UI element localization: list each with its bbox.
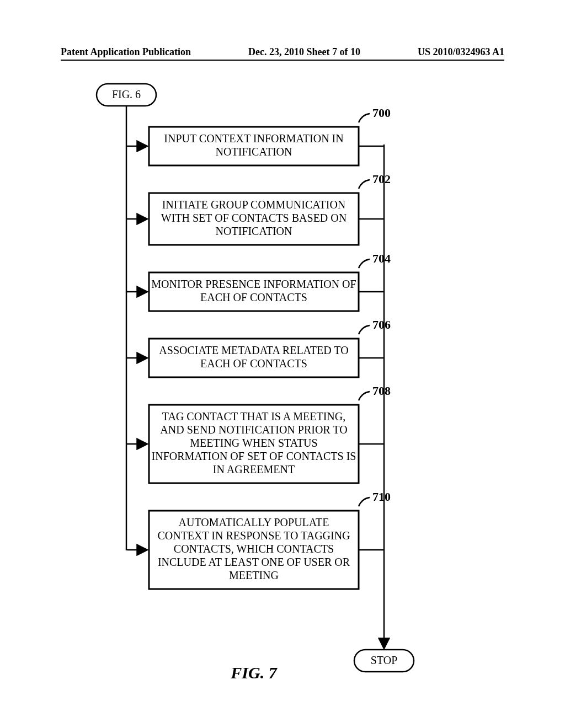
terminator-stop-label: STOP: [371, 654, 398, 666]
step-706-line-0: ASSOCIATE METADATA RELATED TO: [159, 344, 348, 356]
step-704-line-0: MONITOR PRESENCE INFORMATION OF: [151, 278, 356, 290]
ref-702: 702: [372, 172, 391, 186]
step-700-line-1: NOTIFICATION: [216, 146, 292, 158]
header-center: Dec. 23, 2010 Sheet 7 of 10: [248, 46, 360, 58]
header-right: US 2010/0324963 A1: [418, 46, 504, 58]
step-700: 700 INPUT CONTEXT INFORMATION IN NOTIFIC…: [126, 106, 391, 165]
ref-700: 700: [372, 106, 391, 120]
ref-708: 708: [372, 384, 391, 398]
page-header: Patent Application Publication Dec. 23, …: [0, 46, 565, 58]
step-708-line-0: TAG CONTACT THAT IS A MEETING,: [162, 410, 345, 422]
step-710: 710 AUTOMATICALLY POPULATE CONTEXT IN RE…: [126, 490, 391, 589]
figure-caption: FIG. 7: [230, 663, 277, 682]
flowchart-svg: FIG. 6 700 INPUT CONTEXT INFORMATION IN …: [61, 83, 504, 695]
step-702-line-2: NOTIFICATION: [216, 225, 292, 237]
ref-704: 704: [372, 251, 391, 265]
connector-fig6-label: FIG. 6: [112, 88, 141, 100]
step-708-line-4: IN AGREEMENT: [213, 463, 295, 475]
svg-rect-23: [125, 550, 127, 596]
header-rule: [61, 60, 504, 61]
step-710-line-4: MEETING: [229, 569, 279, 581]
step-708-line-1: AND SEND NOTIFICATION PRIOR TO: [160, 424, 347, 436]
step-702-line-0: INITIATE GROUP COMMUNICATION: [162, 199, 346, 211]
step-708-line-2: MEETING WHEN STATUS: [190, 437, 317, 449]
step-702-line-1: WITH SET OF CONTACTS BASED ON: [161, 212, 347, 224]
step-704: 704 MONITOR PRESENCE INFORMATION OF EACH…: [126, 251, 391, 311]
step-700-line-0: INPUT CONTEXT INFORMATION IN: [164, 132, 343, 144]
ref-710: 710: [372, 490, 391, 504]
step-710-line-3: INCLUDE AT LEAST ONE OF USER OR: [158, 556, 350, 568]
connector-fig6: FIG. 6: [97, 84, 156, 106]
header-left: Patent Application Publication: [61, 46, 191, 58]
step-708-line-3: INFORMATION OF SET OF CONTACTS IS: [152, 450, 356, 462]
step-708: 708 TAG CONTACT THAT IS A MEETING, AND S…: [126, 384, 391, 483]
step-702: 702 INITIATE GROUP COMMUNICATION WITH SE…: [126, 172, 391, 245]
step-706: 706 ASSOCIATE METADATA RELATED TO EACH O…: [126, 318, 391, 377]
step-706-line-1: EACH OF CONTACTS: [200, 357, 307, 370]
ref-706: 706: [372, 318, 391, 331]
flowchart-diagram: FIG. 6 700 INPUT CONTEXT INFORMATION IN …: [61, 83, 504, 695]
step-710-line-0: AUTOMATICALLY POPULATE: [179, 516, 329, 528]
step-710-line-1: CONTEXT IN RESPONSE TO TAGGING: [157, 529, 350, 542]
step-704-line-1: EACH OF CONTACTS: [200, 291, 307, 303]
step-710-line-2: CONTACTS, WHICH CONTACTS: [174, 543, 334, 555]
terminator-stop: STOP: [354, 650, 414, 672]
